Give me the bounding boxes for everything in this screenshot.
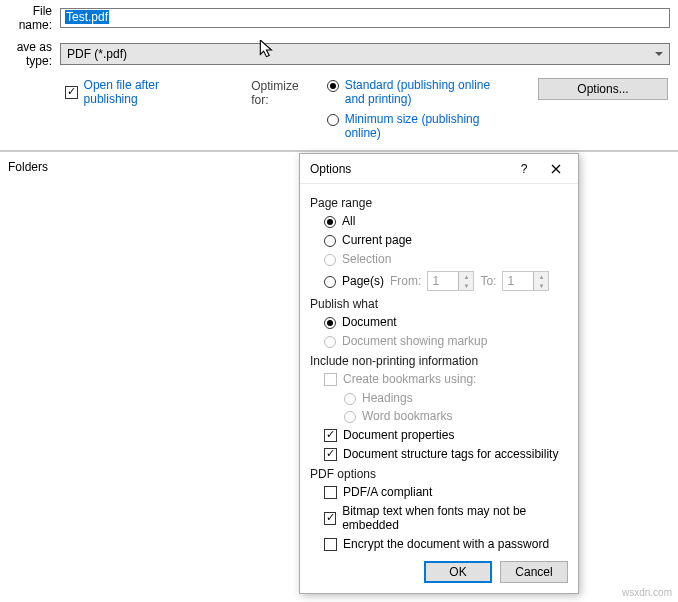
spinner-up-icon: ▲ xyxy=(459,272,473,281)
radio-icon xyxy=(324,235,336,247)
structure-tags-label: Document structure tags for accessibilit… xyxy=(343,447,558,461)
spinner-down-icon: ▼ xyxy=(534,281,548,290)
page-range-all-label: All xyxy=(342,214,355,228)
checkbox-icon xyxy=(65,86,78,99)
cancel-button[interactable]: Cancel xyxy=(500,561,568,583)
from-spinner: 1 ▲▼ xyxy=(427,271,474,291)
radio-icon xyxy=(324,336,336,348)
pdfa-checkbox[interactable]: PDF/A compliant xyxy=(324,485,568,499)
checkbox-icon xyxy=(324,512,336,525)
optimize-for-label: Optimize for: xyxy=(251,78,316,107)
optimize-standard-label: Standard (publishing online and printing… xyxy=(345,78,498,106)
watermark: wsxdn.com xyxy=(622,587,672,598)
bookmarks-headings-label: Headings xyxy=(362,391,413,405)
create-bookmarks-label: Create bookmarks using: xyxy=(343,372,476,386)
checkbox-icon xyxy=(324,486,337,499)
spinner-up-icon: ▲ xyxy=(534,272,548,281)
dialog-title: Options xyxy=(310,162,351,176)
nonprint-title: Include non-printing information xyxy=(310,354,568,368)
open-after-publishing-checkbox[interactable]: Open file after publishing xyxy=(65,78,211,106)
open-after-publishing-label: Open file after publishing xyxy=(84,78,212,106)
publish-document-radio[interactable]: Document xyxy=(324,315,568,329)
structure-tags-checkbox[interactable]: Document structure tags for accessibilit… xyxy=(324,447,568,461)
chevron-down-icon xyxy=(655,52,663,56)
bookmarks-headings-radio: Headings xyxy=(344,391,568,405)
doc-properties-label: Document properties xyxy=(343,428,454,442)
to-spinner: 1 ▲▼ xyxy=(502,271,549,291)
close-button[interactable] xyxy=(540,157,572,181)
pdfa-label: PDF/A compliant xyxy=(343,485,432,499)
encrypt-checkbox[interactable]: Encrypt the document with a password xyxy=(324,537,568,551)
radio-icon xyxy=(324,216,336,228)
close-icon xyxy=(551,164,561,174)
bookmarks-word-radio: Word bookmarks xyxy=(344,409,568,423)
ok-button[interactable]: OK xyxy=(424,561,492,583)
help-icon: ? xyxy=(521,162,528,176)
dialog-titlebar: Options ? xyxy=(300,154,578,184)
encrypt-label: Encrypt the document with a password xyxy=(343,537,549,551)
save-as-type-select[interactable]: PDF (*.pdf) xyxy=(60,43,670,65)
doc-properties-checkbox[interactable]: Document properties xyxy=(324,428,568,442)
spinner-down-icon: ▼ xyxy=(459,281,473,290)
publish-markup-radio: Document showing markup xyxy=(324,334,568,348)
save-as-type-value: PDF (*.pdf) xyxy=(67,47,127,61)
save-panel: File name: Test.pdf ave as type: PDF (*.… xyxy=(0,0,678,151)
radio-icon xyxy=(324,317,336,329)
radio-icon xyxy=(344,411,356,423)
publish-what-title: Publish what xyxy=(310,297,568,311)
radio-icon xyxy=(344,393,356,405)
pdf-options-title: PDF options xyxy=(310,467,568,481)
from-label: From: xyxy=(390,274,421,288)
checkbox-icon xyxy=(324,538,337,551)
page-range-current-radio[interactable]: Current page xyxy=(324,233,568,247)
optimize-minimum-label: Minimum size (publishing online) xyxy=(345,112,498,140)
optimize-minimum-radio[interactable]: Minimum size (publishing online) xyxy=(327,112,498,140)
radio-icon xyxy=(327,114,339,126)
optimize-standard-radio[interactable]: Standard (publishing online and printing… xyxy=(327,78,498,106)
bitmap-text-checkbox[interactable]: Bitmap text when fonts may not be embedd… xyxy=(324,504,568,532)
radio-icon xyxy=(324,254,336,266)
bookmarks-word-label: Word bookmarks xyxy=(362,409,452,423)
help-button[interactable]: ? xyxy=(508,157,540,181)
page-range-current-label: Current page xyxy=(342,233,412,247)
checkbox-icon xyxy=(324,448,337,461)
publish-document-label: Document xyxy=(342,315,397,329)
checkbox-icon xyxy=(324,429,337,442)
create-bookmarks-checkbox: Create bookmarks using: xyxy=(324,372,568,386)
page-range-selection-radio: Selection xyxy=(324,252,568,266)
page-range-pages-label: Page(s) xyxy=(342,274,384,288)
page-range-selection-label: Selection xyxy=(342,252,391,266)
to-label: To: xyxy=(480,274,496,288)
filename-label: File name: xyxy=(0,4,60,32)
save-as-type-label: ave as type: xyxy=(0,40,60,68)
radio-icon xyxy=(324,276,336,288)
page-range-all-radio[interactable]: All xyxy=(324,214,568,228)
filename-input[interactable]: Test.pdf xyxy=(60,8,670,28)
bitmap-text-label: Bitmap text when fonts may not be embedd… xyxy=(342,504,568,532)
checkbox-icon xyxy=(324,373,337,386)
radio-icon xyxy=(327,80,339,92)
publish-markup-label: Document showing markup xyxy=(342,334,487,348)
page-range-pages-radio[interactable]: Page(s) xyxy=(324,274,384,288)
page-range-title: Page range xyxy=(310,196,568,210)
options-dialog: Options ? Page range All Current page Se… xyxy=(299,153,579,594)
filename-value: Test.pdf xyxy=(65,10,109,24)
options-button[interactable]: Options... xyxy=(538,78,668,100)
